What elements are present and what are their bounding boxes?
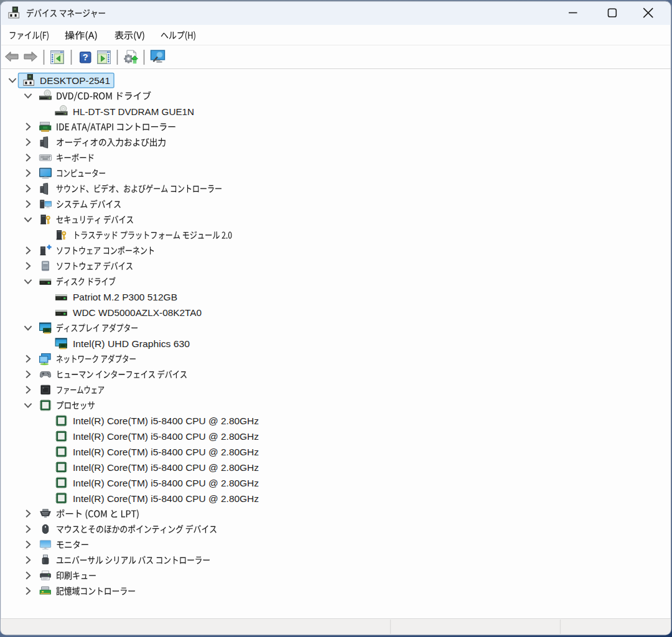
svg-text:Intel(R) Core(TM) i5-8400 CPU: Intel(R) Core(TM) i5-8400 CPU @ 2.80GHz	[73, 493, 259, 504]
svg-text:HL-DT-ST DVDRAM GUE1N: HL-DT-ST DVDRAM GUE1N	[73, 106, 194, 117]
svg-text:WDC WD5000AZLX-08K2TA0: WDC WD5000AZLX-08K2TA0	[73, 307, 202, 318]
svg-text:Intel(R) Core(TM) i5-8400 CPU: Intel(R) Core(TM) i5-8400 CPU @ 2.80GHz	[73, 416, 259, 426]
svg-text:DESKTOP-2541: DESKTOP-2541	[40, 75, 110, 86]
svg-text:Intel(R) Core(TM) i5-8400 CPU: Intel(R) Core(TM) i5-8400 CPU @ 2.80GHz	[73, 478, 259, 488]
svg-text:Intel(R) Core(TM) i5-8400 CPU: Intel(R) Core(TM) i5-8400 CPU @ 2.80GHz	[73, 431, 259, 442]
svg-text:Intel(R) Core(TM) i5-8400 CPU: Intel(R) Core(TM) i5-8400 CPU @ 2.80GHz	[73, 447, 259, 457]
svg-text:Intel(R) Core(TM) i5-8400 CPU: Intel(R) Core(TM) i5-8400 CPU @ 2.80GHz	[73, 462, 259, 473]
svg-text:Patriot M.2 P300 512GB: Patriot M.2 P300 512GB	[73, 292, 177, 302]
svg-text:Intel(R) UHD Graphics 630: Intel(R) UHD Graphics 630	[73, 338, 190, 349]
